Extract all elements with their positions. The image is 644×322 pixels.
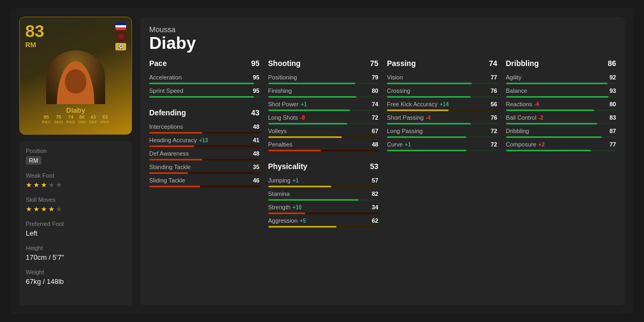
stat-name: Shot Power xyxy=(268,101,299,107)
stat-modifier: +13 xyxy=(199,137,208,143)
stat-row: Positioning79 xyxy=(268,73,379,82)
stat-modifier: +1 xyxy=(292,178,298,184)
stat-row: Aggression+562 xyxy=(268,216,379,225)
height-section: Height 170cm / 5'7" xyxy=(26,245,126,261)
card-stat-pac: 95 PAC xyxy=(42,114,50,125)
skill-moves-section: Skill Moves ★ ★ ★ ★ ★ xyxy=(26,196,126,213)
card-stat-phy-label: PHY xyxy=(100,120,109,125)
stat-modifier: -4 xyxy=(426,115,430,121)
card-stat-sho: 75 SHO xyxy=(54,114,63,125)
height-label: Height xyxy=(26,245,126,251)
stat-bar-container xyxy=(149,83,260,84)
stat-row: Agility92 xyxy=(506,73,617,82)
stat-value: 80 xyxy=(605,101,616,107)
star-4: ★ xyxy=(48,181,55,189)
category-name-dribbling: Dribbling xyxy=(506,59,539,68)
stat-name: Jumping xyxy=(268,177,291,184)
stat-bar xyxy=(506,123,598,125)
category-header-pace: Pace95 xyxy=(149,59,260,70)
stat-name: Strength xyxy=(268,204,291,210)
stat-bar-container xyxy=(149,145,260,147)
star-1: ★ xyxy=(26,181,32,189)
stat-value: 41 xyxy=(249,137,260,143)
stats-grid: Pace95Acceleration95Sprint Speed95Defend… xyxy=(149,59,616,297)
card-stat-pas-value: 74 xyxy=(68,114,74,120)
stat-value: 95 xyxy=(249,87,260,94)
stat-row: Shot Power+174 xyxy=(268,100,379,108)
stat-value: 93 xyxy=(605,87,616,94)
card-stat-pac-label: PAC xyxy=(42,120,50,125)
category-shooting: Shooting75Positioning79Finishing80Shot P… xyxy=(268,59,379,153)
stat-bar-container xyxy=(149,132,260,134)
stat-value: 82 xyxy=(368,191,378,197)
stat-name: Composure xyxy=(506,141,537,148)
card-stats-row: 95 PAC 75 SHO 74 PAS 86 DRI 43 DEF xyxy=(42,114,109,125)
card-stat-pas-label: PAS xyxy=(67,120,75,125)
stat-name: Heading Accuracy xyxy=(149,137,197,143)
stat-bar xyxy=(268,123,348,125)
stat-bar-container xyxy=(387,136,497,138)
card-stat-pas: 74 PAS xyxy=(67,114,75,125)
stat-bar-container xyxy=(149,172,260,174)
category-header-dribbling: Dribbling86 xyxy=(506,59,617,70)
stat-value: 80 xyxy=(368,87,378,94)
stat-value: 57 xyxy=(368,177,378,184)
stat-name: Ball Control xyxy=(506,114,537,121)
skill-star-2: ★ xyxy=(33,205,40,213)
card-stat-phy: 53 PHY xyxy=(100,114,109,125)
category-name-passing: Passing xyxy=(387,59,416,68)
stat-row: Curve+172 xyxy=(387,140,497,149)
club-icon xyxy=(116,32,126,41)
stat-bar-container xyxy=(506,136,617,138)
card-stat-phy-value: 53 xyxy=(103,114,108,120)
category-score-physicality: 53 xyxy=(370,162,378,171)
stat-name: Short Passing xyxy=(387,114,423,121)
stat-name: Crossing xyxy=(387,87,410,94)
main-container: 83 RM ⚽ Diaby 95 PAC 75 SHO xyxy=(11,8,633,314)
category-name-defending: Defending xyxy=(149,108,186,117)
preferred-foot-label: Preferred Foot xyxy=(26,221,126,227)
card-stat-dri-label: DRI xyxy=(78,120,86,125)
stat-bar-container xyxy=(506,83,617,84)
stat-name: Def Awareness xyxy=(149,150,189,157)
stat-bar-container xyxy=(149,186,260,187)
category-defending: Defending43Interceptions48Heading Accura… xyxy=(149,108,260,189)
stat-value: 67 xyxy=(368,128,378,134)
skill-moves-label: Skill Moves xyxy=(26,196,126,203)
stat-row: Standing Tackle35 xyxy=(149,163,260,171)
stat-row: Sliding Tackle46 xyxy=(149,176,260,185)
stat-bar xyxy=(268,96,356,98)
stat-value: 77 xyxy=(605,141,616,148)
stat-bar xyxy=(387,83,472,84)
preferred-foot-section: Preferred Foot Left xyxy=(26,221,126,237)
weight-label: Weight xyxy=(26,269,126,275)
stat-row: Interceptions48 xyxy=(149,122,260,131)
stat-bar-container xyxy=(268,123,379,125)
stat-value: 72 xyxy=(368,114,378,121)
stat-row: Strength+1034 xyxy=(268,203,379,211)
card-rating: 83 xyxy=(25,23,45,40)
stat-row: Long Shots-872 xyxy=(268,113,379,122)
weak-foot-label: Weak Foot xyxy=(26,172,126,179)
player-avatar xyxy=(46,50,105,104)
star-2: ★ xyxy=(33,181,40,189)
player-first-name: Moussa xyxy=(149,25,616,34)
player-card-visual: 83 RM ⚽ Diaby 95 PAC 75 SHO xyxy=(19,17,132,135)
stat-name: Finishing xyxy=(268,87,292,94)
france-flag-icon xyxy=(115,23,126,30)
stat-bar xyxy=(387,123,471,125)
category-name-shooting: Shooting xyxy=(268,59,301,68)
weak-foot-section: Weak Foot ★ ★ ★ ★ ★ xyxy=(26,172,126,189)
stat-bar-container xyxy=(506,150,617,151)
stat-bar-container xyxy=(268,213,379,214)
stat-bar-container xyxy=(268,109,379,111)
skill-moves-stars: ★ ★ ★ ★ ★ xyxy=(26,205,126,213)
stat-modifier: +2 xyxy=(538,142,544,148)
stat-bar xyxy=(506,136,602,138)
stat-value: 48 xyxy=(368,141,378,148)
stat-row: Finishing80 xyxy=(268,86,379,95)
stats-column: Passing74Vision77Crossing76Free Kick Acc… xyxy=(387,59,497,297)
stat-name: Balance xyxy=(506,87,528,94)
stat-name: Interceptions xyxy=(149,123,183,130)
stat-bar xyxy=(149,172,188,174)
